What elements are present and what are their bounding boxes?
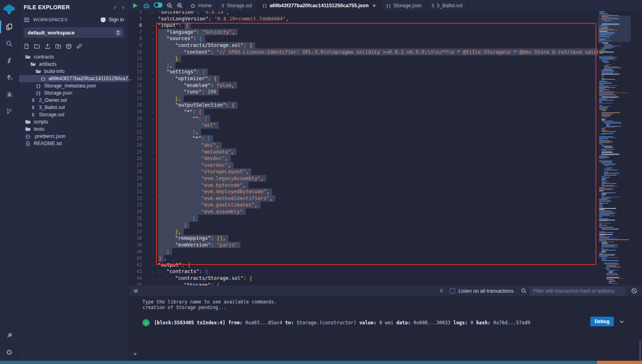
file-tree-item[interactable]: build-info xyxy=(19,68,129,75)
toggle-button[interactable] xyxy=(152,0,165,11)
tab-whitespace-icon: → xyxy=(184,183,193,187)
minimap-line xyxy=(601,192,616,193)
rail-item-file-explorer[interactable] xyxy=(0,18,19,35)
minimap-line xyxy=(604,263,619,264)
tab-whitespace-icon: → xyxy=(167,170,175,174)
minimap-line xyxy=(599,138,608,139)
upload-file-icon[interactable] xyxy=(45,43,51,49)
run-button[interactable] xyxy=(129,0,141,11)
link-icon[interactable] xyxy=(76,43,82,49)
run-icon xyxy=(133,3,138,8)
tab-whitespace-icon: → xyxy=(167,116,175,121)
tab-whitespace-icon: → xyxy=(167,77,175,81)
file-tree-item[interactable]: S3_Ballot.sol xyxy=(19,104,129,111)
file-tree-item[interactable]: SStorage.sol xyxy=(19,111,129,118)
file-tree-item[interactable]: tests xyxy=(19,125,129,133)
cube-icon[interactable] xyxy=(66,43,72,49)
tab-whitespace-icon: → xyxy=(167,236,175,241)
transaction-row[interactable]: ✓ [block:5583405 txIndex:4] from: 0xa03.… xyxy=(142,319,594,326)
tab-whitespace-icon: → xyxy=(167,83,175,87)
terminal-search-icon[interactable] xyxy=(521,288,527,294)
workspace-select[interactable]: default_workspace xyxy=(24,27,124,38)
transaction-count: 0 xyxy=(440,288,443,294)
file-tree-item[interactable]: {}.prettierrc.json xyxy=(19,133,129,140)
rail-item-plugin-manager[interactable] xyxy=(0,327,19,344)
transaction-filter-input[interactable] xyxy=(530,287,626,295)
minimap-line xyxy=(599,140,610,141)
ai-assistant-button[interactable] xyxy=(141,0,152,11)
tab-whitespace-icon: → xyxy=(158,90,167,94)
tab-whitespace-icon: → xyxy=(158,36,167,41)
new-folder-icon[interactable] xyxy=(34,43,40,49)
file-tree-item[interactable]: {}Storage.json xyxy=(19,89,129,97)
tab-3-ballot-sol[interactable]: S3_Ballot.sol xyxy=(427,0,468,11)
editor-topbar: HomeSStorage.sol{}a69b43f277ba20fcac1411… xyxy=(129,0,642,11)
tab-whitespace-icon: → xyxy=(149,103,158,107)
tab-whitespace-icon: → xyxy=(149,150,158,154)
rail-item-search[interactable] xyxy=(0,35,19,52)
terminal-scrollbar[interactable] xyxy=(639,340,641,364)
rail-item-settings[interactable] xyxy=(0,344,19,361)
solidity-icon: S xyxy=(432,3,435,8)
rail-item-debugger[interactable] xyxy=(0,86,19,103)
collapse-panel-icon[interactable]: › xyxy=(122,4,124,11)
upload-folder-icon[interactable] xyxy=(55,43,61,49)
clear-console-icon[interactable] xyxy=(631,288,637,294)
code-editor[interactable]: 4→"solcVersion": "0.8.19",5→"solcLongVer… xyxy=(129,11,642,285)
file-tree-item[interactable]: S2_Owner.sol xyxy=(19,97,129,104)
tx-expand-icon[interactable] xyxy=(619,319,624,324)
minimap-line xyxy=(599,234,613,235)
file-tree-item[interactable]: README.txt xyxy=(19,140,129,147)
zoom-out-button[interactable] xyxy=(165,0,175,11)
close-icon[interactable]: × xyxy=(373,2,376,9)
minimap-line xyxy=(599,102,602,103)
minimap-line xyxy=(601,97,619,97)
code-line: 40→→} xyxy=(129,248,598,255)
tab-a69b43f277ba20fcac141151250ca755-json[interactable]: {}a69b43f277ba20fcac141151250ca755.json× xyxy=(257,0,381,11)
remix-logo[interactable] xyxy=(0,0,19,18)
minimap-line xyxy=(604,122,621,123)
file-tree-item[interactable]: artifacts xyxy=(19,61,129,68)
search-icon xyxy=(6,40,13,47)
listen-checkbox[interactable] xyxy=(450,288,455,293)
sign-in-button[interactable]: Sign in xyxy=(100,17,124,23)
line-number: 32 xyxy=(129,196,149,201)
workspaces-menu-icon[interactable] xyxy=(24,17,30,22)
tab-whitespace-icon: → xyxy=(175,163,184,167)
debug-button[interactable]: Debug xyxy=(590,317,614,326)
tab-storage-sol[interactable]: SStorage.sol xyxy=(217,0,257,11)
tab-whitespace-icon: → xyxy=(167,283,175,285)
rail-item-deploy-run[interactable] xyxy=(0,69,19,86)
minimap-line xyxy=(599,212,616,213)
tab-home[interactable]: Home xyxy=(185,0,217,11)
file-tree-item[interactable]: contracts xyxy=(19,53,129,61)
tab-label: Storage.sol xyxy=(227,3,252,8)
tab-whitespace-icon: → xyxy=(175,143,184,148)
minimap-line xyxy=(599,96,605,97)
zoom-in-button[interactable] xyxy=(175,0,185,11)
minimap-line xyxy=(599,210,612,211)
rail-item-solidity-compiler[interactable] xyxy=(0,52,19,69)
line-number: 9 xyxy=(129,42,149,48)
check-icon[interactable]: ✓ xyxy=(113,4,118,10)
new-file-icon[interactable] xyxy=(24,43,29,49)
tab-whitespace-icon: → xyxy=(158,229,167,234)
minimap-line xyxy=(609,272,613,273)
tab-storage-json[interactable]: {}Storage.json xyxy=(381,0,427,11)
minimap-line xyxy=(601,245,618,245)
minimap-line xyxy=(604,127,615,128)
minimap[interactable] xyxy=(598,11,631,285)
file-tree-item[interactable]: {}Storage_metadata.json xyxy=(19,82,129,89)
file-tree-item[interactable]: scripts xyxy=(19,118,129,125)
terminal-collapse-icon[interactable] xyxy=(133,288,138,293)
minimap-line xyxy=(601,258,606,259)
minimap-line xyxy=(601,181,609,182)
minimap-line xyxy=(606,265,616,266)
minimap-line xyxy=(599,157,609,158)
minimap-line xyxy=(601,259,607,260)
file-tree-item[interactable]: {}a69b43f277ba20fcac141151250ca7... xyxy=(19,75,129,82)
code-line: 11→→→} xyxy=(129,55,598,62)
minimap-line xyxy=(601,229,619,230)
rail-item-git[interactable] xyxy=(0,103,19,119)
minimap-line xyxy=(599,93,613,94)
